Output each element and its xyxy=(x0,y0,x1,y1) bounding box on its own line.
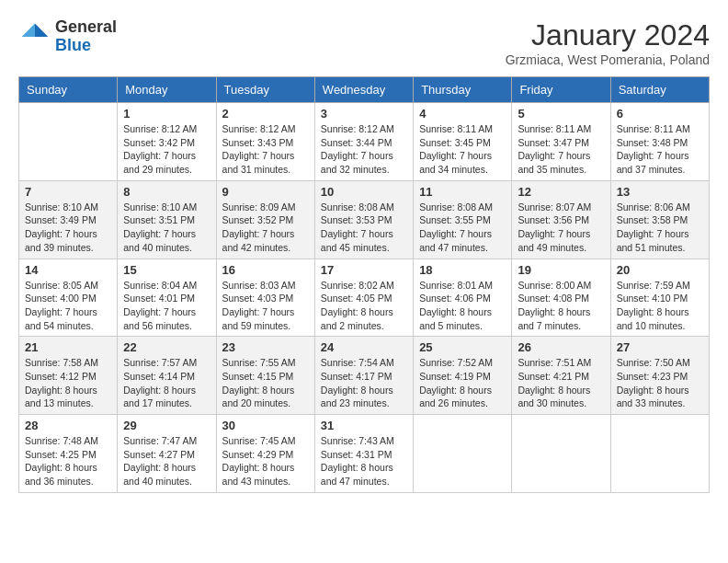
day-info: Sunrise: 8:10 AMSunset: 3:51 PMDaylight:… xyxy=(123,201,210,255)
weekday-header-tuesday: Tuesday xyxy=(216,77,314,103)
day-number: 12 xyxy=(518,185,604,199)
svg-marker-1 xyxy=(22,23,35,36)
day-info: Sunrise: 8:00 AMSunset: 4:08 PMDaylight:… xyxy=(518,279,604,333)
calendar-cell: 23Sunrise: 7:55 AMSunset: 4:15 PMDayligh… xyxy=(216,337,314,415)
weekday-header-sunday: Sunday xyxy=(19,77,118,103)
day-info: Sunrise: 8:10 AMSunset: 3:49 PMDaylight:… xyxy=(25,201,111,255)
day-info: Sunrise: 8:08 AMSunset: 3:53 PMDaylight:… xyxy=(321,201,407,255)
day-number: 26 xyxy=(518,340,604,354)
calendar-cell: 22Sunrise: 7:57 AMSunset: 4:14 PMDayligh… xyxy=(118,337,216,415)
day-info: Sunrise: 7:55 AMSunset: 4:15 PMDaylight:… xyxy=(222,356,309,410)
page-header: General Blue January 2024 Grzmiaca, West… xyxy=(18,18,710,67)
calendar-cell: 26Sunrise: 7:51 AMSunset: 4:21 PMDayligh… xyxy=(512,337,610,415)
day-number: 6 xyxy=(617,107,703,121)
weekday-header-monday: Monday xyxy=(118,77,216,103)
day-number: 16 xyxy=(222,263,309,277)
calendar-cell: 17Sunrise: 8:02 AMSunset: 4:05 PMDayligh… xyxy=(314,259,413,337)
logo-text: General Blue xyxy=(55,18,117,55)
day-info: Sunrise: 7:43 AMSunset: 4:31 PMDaylight:… xyxy=(321,434,407,488)
day-number: 28 xyxy=(25,419,111,432)
calendar-table: SundayMondayTuesdayWednesdayThursdayFrid… xyxy=(18,76,710,493)
day-info: Sunrise: 8:11 AMSunset: 3:45 PMDaylight:… xyxy=(419,122,506,177)
calendar-cell: 25Sunrise: 7:52 AMSunset: 4:19 PMDayligh… xyxy=(414,337,512,415)
calendar-cell: 27Sunrise: 7:50 AMSunset: 4:23 PMDayligh… xyxy=(610,337,709,415)
day-info: Sunrise: 8:02 AMSunset: 4:05 PMDaylight:… xyxy=(321,279,407,333)
calendar-cell: 14Sunrise: 8:05 AMSunset: 4:00 PMDayligh… xyxy=(19,259,118,337)
day-number: 15 xyxy=(123,263,210,277)
day-info: Sunrise: 8:09 AMSunset: 3:52 PMDaylight:… xyxy=(222,201,309,255)
day-info: Sunrise: 8:11 AMSunset: 3:48 PMDaylight:… xyxy=(617,122,703,177)
calendar-cell: 15Sunrise: 8:04 AMSunset: 4:01 PMDayligh… xyxy=(118,259,216,337)
day-number: 18 xyxy=(419,263,506,277)
day-number: 1 xyxy=(123,107,210,121)
calendar-cell: 16Sunrise: 8:03 AMSunset: 4:03 PMDayligh… xyxy=(216,259,314,337)
day-number: 5 xyxy=(518,107,604,121)
day-info: Sunrise: 8:12 AMSunset: 3:42 PMDaylight:… xyxy=(123,122,210,177)
weekday-header-saturday: Saturday xyxy=(610,77,709,103)
calendar-cell: 3Sunrise: 8:12 AMSunset: 3:44 PMDaylight… xyxy=(314,103,413,181)
calendar-cell xyxy=(414,415,512,493)
day-info: Sunrise: 8:11 AMSunset: 3:47 PMDaylight:… xyxy=(518,122,604,177)
weekday-header-wednesday: Wednesday xyxy=(314,77,413,103)
calendar-cell: 7Sunrise: 8:10 AMSunset: 3:49 PMDaylight… xyxy=(19,180,118,259)
logo: General Blue xyxy=(18,18,117,55)
calendar-cell: 8Sunrise: 8:10 AMSunset: 3:51 PMDaylight… xyxy=(118,180,216,259)
calendar-cell: 28Sunrise: 7:48 AMSunset: 4:25 PMDayligh… xyxy=(19,415,118,493)
day-info: Sunrise: 7:50 AMSunset: 4:23 PMDaylight:… xyxy=(617,356,703,410)
calendar-cell: 12Sunrise: 8:07 AMSunset: 3:56 PMDayligh… xyxy=(512,180,610,259)
calendar-cell: 29Sunrise: 7:47 AMSunset: 4:27 PMDayligh… xyxy=(118,415,216,493)
day-info: Sunrise: 8:01 AMSunset: 4:06 PMDaylight:… xyxy=(419,279,506,333)
day-info: Sunrise: 8:04 AMSunset: 4:01 PMDaylight:… xyxy=(123,279,210,333)
month-title: January 2024 xyxy=(506,18,710,52)
day-info: Sunrise: 8:12 AMSunset: 3:43 PMDaylight:… xyxy=(222,122,309,177)
day-info: Sunrise: 8:12 AMSunset: 3:44 PMDaylight:… xyxy=(321,122,407,177)
calendar-cell: 1Sunrise: 8:12 AMSunset: 3:42 PMDaylight… xyxy=(118,103,216,181)
day-number: 4 xyxy=(419,107,506,121)
day-info: Sunrise: 7:57 AMSunset: 4:14 PMDaylight:… xyxy=(123,356,210,410)
day-info: Sunrise: 8:05 AMSunset: 4:00 PMDaylight:… xyxy=(25,279,111,333)
calendar-cell: 30Sunrise: 7:45 AMSunset: 4:29 PMDayligh… xyxy=(216,415,314,493)
calendar-cell: 21Sunrise: 7:58 AMSunset: 4:12 PMDayligh… xyxy=(19,337,118,415)
calendar-cell: 5Sunrise: 8:11 AMSunset: 3:47 PMDaylight… xyxy=(512,103,610,181)
day-number: 7 xyxy=(25,185,111,199)
title-block: January 2024 Grzmiaca, West Pomerania, P… xyxy=(506,18,710,67)
calendar-cell: 2Sunrise: 8:12 AMSunset: 3:43 PMDaylight… xyxy=(216,103,314,181)
day-number: 2 xyxy=(222,107,309,121)
svg-marker-0 xyxy=(35,23,48,36)
day-number: 13 xyxy=(617,185,703,199)
day-info: Sunrise: 8:06 AMSunset: 3:58 PMDaylight:… xyxy=(617,201,703,255)
calendar-cell: 13Sunrise: 8:06 AMSunset: 3:58 PMDayligh… xyxy=(610,180,709,259)
logo-blue: Blue xyxy=(55,37,117,55)
calendar-cell: 19Sunrise: 8:00 AMSunset: 4:08 PMDayligh… xyxy=(512,259,610,337)
day-number: 31 xyxy=(321,419,407,432)
calendar-cell: 4Sunrise: 8:11 AMSunset: 3:45 PMDaylight… xyxy=(414,103,512,181)
day-info: Sunrise: 7:45 AMSunset: 4:29 PMDaylight:… xyxy=(222,434,309,488)
day-number: 22 xyxy=(123,340,210,354)
day-info: Sunrise: 7:47 AMSunset: 4:27 PMDaylight:… xyxy=(123,434,210,488)
logo-icon xyxy=(18,20,51,53)
day-info: Sunrise: 8:03 AMSunset: 4:03 PMDaylight:… xyxy=(222,279,309,333)
day-info: Sunrise: 7:54 AMSunset: 4:17 PMDaylight:… xyxy=(321,356,407,410)
calendar-cell xyxy=(512,415,610,493)
location-subtitle: Grzmiaca, West Pomerania, Poland xyxy=(506,52,710,67)
logo-general: General xyxy=(55,18,117,37)
day-number: 30 xyxy=(222,419,309,432)
day-info: Sunrise: 7:59 AMSunset: 4:10 PMDaylight:… xyxy=(617,279,703,333)
weekday-header-friday: Friday xyxy=(512,77,610,103)
calendar-cell: 24Sunrise: 7:54 AMSunset: 4:17 PMDayligh… xyxy=(314,337,413,415)
day-info: Sunrise: 7:58 AMSunset: 4:12 PMDaylight:… xyxy=(25,356,111,410)
calendar-cell: 11Sunrise: 8:08 AMSunset: 3:55 PMDayligh… xyxy=(414,180,512,259)
calendar-cell xyxy=(19,103,118,181)
day-number: 23 xyxy=(222,340,309,354)
day-number: 29 xyxy=(123,419,210,432)
day-number: 14 xyxy=(25,263,111,277)
day-number: 27 xyxy=(617,340,703,354)
calendar-cell: 9Sunrise: 8:09 AMSunset: 3:52 PMDaylight… xyxy=(216,180,314,259)
day-info: Sunrise: 7:51 AMSunset: 4:21 PMDaylight:… xyxy=(518,356,604,410)
day-number: 3 xyxy=(321,107,407,121)
calendar-cell: 31Sunrise: 7:43 AMSunset: 4:31 PMDayligh… xyxy=(314,415,413,493)
calendar-cell: 20Sunrise: 7:59 AMSunset: 4:10 PMDayligh… xyxy=(610,259,709,337)
day-number: 25 xyxy=(419,340,506,354)
day-number: 21 xyxy=(25,340,111,354)
calendar-cell: 18Sunrise: 8:01 AMSunset: 4:06 PMDayligh… xyxy=(414,259,512,337)
